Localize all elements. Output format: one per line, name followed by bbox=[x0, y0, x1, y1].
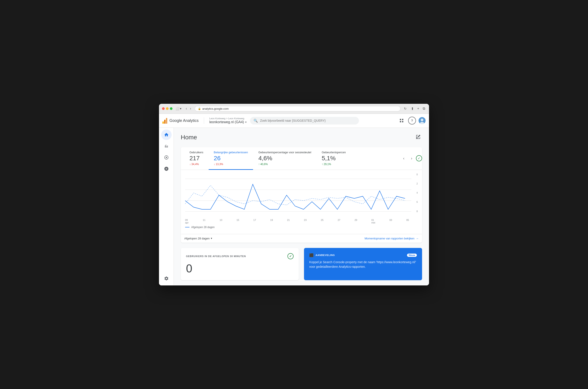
chart-svg bbox=[185, 173, 418, 217]
new-tab-button[interactable]: + bbox=[416, 106, 420, 111]
settings-icon bbox=[164, 276, 169, 281]
date-range-button[interactable]: Afgelopen 28 dagen ▾ bbox=[184, 237, 212, 240]
apps-button[interactable] bbox=[398, 117, 405, 125]
property-dropdown-arrow: ▾ bbox=[245, 121, 247, 124]
bottom-cards: GEBRUIKERS IN DE AFGELOPEN 30 MINUTEN ✓ … bbox=[181, 248, 422, 280]
y-label-8: 8 bbox=[411, 210, 418, 213]
x-label-27: 27 bbox=[337, 219, 340, 224]
x-label-09apr: 09apr bbox=[185, 219, 189, 224]
tab-event-rate-change-arrow: ↑ bbox=[258, 163, 260, 166]
tab-event-pct-change: ↑ 29,1% bbox=[322, 163, 413, 166]
header-divider bbox=[204, 117, 204, 124]
x-label-23: 23 bbox=[304, 219, 307, 224]
x-label-29: 29 bbox=[355, 219, 357, 224]
close-button[interactable] bbox=[162, 107, 165, 110]
property-selector[interactable]: leonkorteweg.nl (GA4) ▾ bbox=[209, 120, 247, 124]
customize-icon bbox=[416, 134, 421, 140]
ga-search[interactable]: 🔍 bbox=[250, 117, 359, 125]
x-label-17: 17 bbox=[253, 219, 256, 224]
forward-button[interactable]: › bbox=[189, 106, 192, 111]
tab-event-rate-change-value: 40,6% bbox=[260, 163, 268, 166]
browser-window: ⬜ ▾ ‹ › 🔒 analytics.google.com ↻ ⬆ + ⧉ G… bbox=[159, 104, 429, 286]
apps-icon bbox=[399, 118, 404, 123]
breadcrumb-section: Leon Korteweg > Leon Korteweg leonkortew… bbox=[209, 117, 247, 124]
svg-rect-1 bbox=[402, 119, 403, 120]
url-text: analytics.google.com bbox=[202, 107, 229, 110]
legend-label: Afgelopen 28 dagen bbox=[191, 226, 215, 229]
tab-users[interactable]: Gebruikers 217 ↓ 34,4% bbox=[184, 147, 209, 170]
back-button[interactable]: ‹ bbox=[184, 106, 188, 111]
tab-users-change-arrow: ↓ bbox=[190, 163, 191, 166]
tabs-button[interactable]: ⧉ bbox=[422, 106, 426, 111]
tab-users-label: Gebruikers bbox=[190, 151, 203, 154]
sidebar-item-explore[interactable] bbox=[161, 152, 172, 163]
realtime-label-text: GEBRUIKERS IN DE AFGELOPEN 30 MINUTEN bbox=[186, 255, 246, 258]
rec-label: ⬛ AANBEVELING bbox=[309, 253, 335, 257]
realtime-value: 0 bbox=[186, 262, 294, 275]
x-label-25: 25 bbox=[321, 219, 323, 224]
customize-button[interactable] bbox=[414, 133, 422, 142]
avatar-icon bbox=[419, 117, 425, 124]
realtime-card-label: GEBRUIKERS IN DE AFGELOPEN 30 MINUTEN ✓ bbox=[186, 253, 294, 259]
x-label-01mei: 01mei bbox=[371, 219, 375, 224]
browser-chrome: ⬜ ▾ ‹ › 🔒 analytics.google.com ↻ ⬆ + ⧉ bbox=[159, 104, 429, 114]
search-icon: 🔍 bbox=[253, 119, 258, 123]
home-icon bbox=[164, 132, 169, 137]
x-label-21: 21 bbox=[287, 219, 290, 224]
tab-navigation: ‹ › ✓ bbox=[400, 155, 422, 162]
breadcrumb: Leon Korteweg > Leon Korteweg bbox=[209, 117, 247, 120]
tab-event-pct-change-arrow: ↑ bbox=[322, 163, 323, 166]
browser-actions: ⬆ + ⧉ bbox=[410, 106, 426, 111]
tab-events-change-arrow: ↓ bbox=[214, 163, 215, 166]
y-label-2: 2 bbox=[411, 183, 418, 185]
reports-snapshot-arrow: → bbox=[416, 237, 419, 240]
content: Home Gebruikers 217 ↓ bbox=[174, 128, 429, 286]
y-label-6: 6 bbox=[411, 201, 418, 203]
tab-events-change-value: 13,3% bbox=[216, 163, 223, 166]
traffic-lights bbox=[162, 107, 172, 110]
x-label-15: 15 bbox=[236, 219, 239, 224]
sidebar-item-home[interactable] bbox=[161, 130, 172, 140]
chart-footer: Afgelopen 28 dagen ▾ Momentopname van ra… bbox=[181, 234, 422, 243]
tab-prev-button[interactable]: ‹ bbox=[400, 155, 407, 162]
maximize-button[interactable] bbox=[170, 107, 172, 110]
rec-header: ⬛ AANBEVELING Nieuw bbox=[309, 253, 417, 257]
sidebar-toggle-button[interactable]: ⬜ ▾ bbox=[175, 106, 182, 111]
lock-icon: 🔒 bbox=[198, 107, 201, 110]
search-input[interactable] bbox=[260, 119, 355, 122]
rec-label-text: AANBEVELING bbox=[316, 254, 335, 257]
address-bar[interactable]: 🔒 analytics.google.com bbox=[195, 106, 400, 111]
share-button[interactable]: ⬆ bbox=[410, 106, 415, 111]
sidebar-item-reports[interactable] bbox=[161, 141, 172, 151]
ga-logo-bar-3 bbox=[166, 118, 167, 124]
svg-rect-3 bbox=[402, 121, 403, 122]
property-name: leonkorteweg.nl (GA4) bbox=[209, 120, 244, 124]
tab-event-rate-change: ↑ 40,6% bbox=[258, 163, 311, 166]
ga-title: Google Analytics bbox=[169, 118, 199, 123]
svg-point-8 bbox=[166, 157, 167, 158]
reload-button[interactable]: ↻ bbox=[403, 106, 408, 111]
tab-users-change: ↓ 34,4% bbox=[190, 163, 203, 166]
minimize-button[interactable] bbox=[166, 107, 168, 110]
reports-snapshot-link[interactable]: Momentopname van rapporten bekijken → bbox=[364, 237, 419, 240]
x-label-19: 19 bbox=[270, 219, 273, 224]
stats-tabs: Gebruikers 217 ↓ 34,4% Belangrijke gebeu… bbox=[181, 147, 422, 170]
svg-rect-2 bbox=[400, 121, 401, 122]
ga-logo-bar-2 bbox=[164, 120, 166, 124]
chart-solid-line bbox=[185, 184, 405, 209]
avatar[interactable] bbox=[419, 117, 425, 124]
nav-buttons: ‹ › bbox=[184, 106, 193, 111]
tab-events-value: 26 bbox=[214, 155, 248, 162]
sidebar-item-advertising[interactable] bbox=[161, 163, 172, 174]
recommendation-card[interactable]: ⬛ AANBEVELING Nieuw Koppel je Search Con… bbox=[304, 248, 422, 280]
tab-users-value: 217 bbox=[190, 155, 203, 162]
tab-event-rate-label: Gebeurtenispercentage voor sessiesleutel bbox=[258, 151, 311, 154]
x-axis-labels: 09apr 11 13 15 17 19 21 23 25 27 29 01me… bbox=[185, 219, 418, 224]
tab-next-button[interactable]: › bbox=[408, 155, 415, 162]
sidebar-toggle-arrow: ▾ bbox=[180, 107, 181, 110]
tab-event-rate[interactable]: Gebeurtenispercentage voor sessiesleutel… bbox=[253, 147, 316, 170]
sidebar-item-settings[interactable] bbox=[161, 273, 172, 284]
tab-events[interactable]: Belangrijke gebeurtenissen 26 ↓ 13,3% bbox=[209, 147, 253, 170]
sidebar-toggle-icon: ⬜ bbox=[175, 107, 179, 110]
help-button[interactable]: ? bbox=[408, 117, 416, 125]
